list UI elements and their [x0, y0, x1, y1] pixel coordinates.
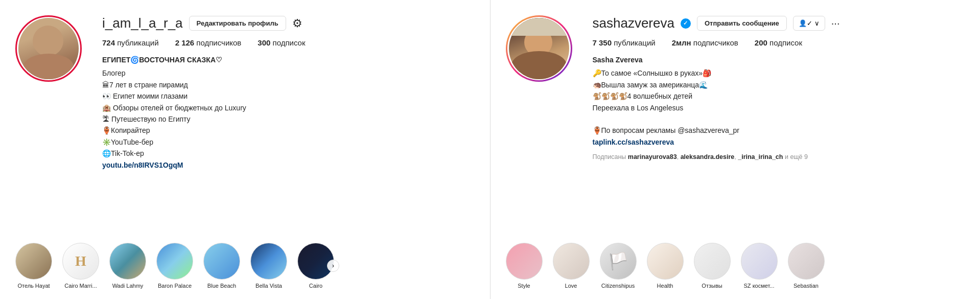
follower-3[interactable]: _irina_irina_ch — [738, 153, 783, 160]
highlight-baron-circle — [156, 243, 193, 280]
left-followers-count: 2 126 — [175, 38, 195, 47]
highlight-wadi-circle — [109, 243, 146, 280]
comma-1: , — [677, 153, 681, 160]
right-real-name: Sasha Zvereva — [593, 54, 965, 65]
highlight-love-circle — [553, 243, 590, 280]
highlight-baron[interactable]: Baron Palace — [156, 243, 193, 289]
right-username-row: sashazvereva ✓ Отправить сообщение 👤✓ ∨ … — [593, 15, 965, 31]
highlight-sebastian[interactable]: Sebastian — [788, 243, 825, 289]
left-bio-line-7: ✳️YouTube-бер — [102, 136, 475, 148]
highlight-reviews[interactable]: Отзывы — [694, 243, 731, 289]
follow-dropdown-button[interactable]: 👤✓ ∨ — [793, 16, 825, 31]
highlight-cairo[interactable]: Cairo › — [297, 243, 334, 289]
highlight-sebastian-label: Sebastian — [794, 283, 819, 289]
right-avatar — [509, 18, 569, 79]
highlight-beach-circle — [203, 243, 240, 280]
left-username-row: i_am_l_a_r_a Редактировать профиль ⚙ — [102, 15, 475, 31]
highlight-sz-circle — [741, 243, 778, 280]
right-profile-header: sashazvereva ✓ Отправить сообщение 👤✓ ∨ … — [506, 15, 965, 162]
left-profile-header: i_am_l_a_r_a Редактировать профиль ⚙ 724… — [15, 15, 475, 171]
highlight-hayat[interactable]: Отель Hayat — [15, 243, 52, 289]
settings-button[interactable]: ⚙ — [292, 17, 302, 30]
verified-badge: ✓ — [681, 18, 691, 29]
highlight-citizenship[interactable]: 🏳️ Citizenshipus — [600, 243, 637, 289]
highlight-health[interactable]: Health — [647, 243, 684, 289]
highlight-wadi-label: Wadi Lahmy — [112, 283, 144, 289]
highlight-citizen-circle: 🏳️ — [600, 243, 637, 280]
highlight-love[interactable]: Love — [553, 243, 590, 289]
left-following-count: 300 — [258, 38, 270, 47]
left-bio-line-4: 🏨 Обзоры отелей от бюджетных до Luxury — [102, 102, 475, 113]
highlight-baron-label: Baron Palace — [158, 283, 192, 289]
left-username: i_am_l_a_r_a — [102, 15, 183, 31]
left-highlights-row: Отель Hayat H Cairo Marri... Wadi Lahmy … — [15, 233, 475, 289]
highlight-bella[interactable]: Bella Vista — [250, 243, 287, 289]
verified-check-icon: ✓ — [683, 20, 688, 27]
more-options-button[interactable]: ··· — [831, 17, 840, 29]
right-stat-posts: 7 350 публикаций — [593, 38, 656, 47]
left-bio-line-8: 🌐Tik-Tok-ер — [102, 148, 475, 159]
left-stats-row: 724 публикаций 2 126 подписчиков 300 под… — [102, 38, 475, 47]
left-bio-line-3: 👀 Египет моими глазами — [102, 90, 475, 102]
edit-profile-button[interactable]: Редактировать профиль — [189, 16, 286, 31]
left-bio: ЕГИПЕТ🌀ВОСТОЧНАЯ СКАЗКА♡ Блогер 🏛7 лет в… — [102, 54, 475, 171]
highlight-sebastian-circle — [788, 243, 825, 280]
left-bio-link[interactable]: youtu.be/n8IRVS1OgqM — [102, 161, 183, 169]
follower-2[interactable]: aleksandra.desire — [681, 153, 735, 160]
right-posts-count: 7 350 — [593, 38, 612, 47]
right-bio-line-4: Переехала в Los Angelesus — [593, 102, 965, 113]
highlight-love-label: Love — [565, 283, 577, 289]
left-bio-line-5: 🏝 Путешествую по Египту — [102, 113, 475, 125]
highlight-style-label: Style — [518, 283, 530, 289]
right-username: sashazvereva — [593, 15, 674, 31]
right-bio: Sasha Zvereva 🔑То самое «Солнышко в рука… — [593, 54, 965, 162]
left-bio-title: ЕГИПЕТ🌀ВОСТОЧНАЯ СКАЗКА♡ — [102, 54, 475, 65]
right-followers-label: подписчиков — [693, 38, 738, 47]
highlight-hayat-label: Отель Hayat — [17, 283, 50, 289]
scroll-right-arrow[interactable]: › — [327, 260, 339, 272]
right-bio-line-3: 🐒🐒🐒🐒4 волшебных детей — [593, 90, 965, 102]
highlight-style[interactable]: Style — [506, 243, 543, 289]
follower-1[interactable]: marinayurova83 — [628, 153, 677, 160]
right-avatar-circle — [506, 15, 572, 82]
left-stat-posts: 724 публикаций — [102, 38, 159, 47]
left-profile-info: i_am_l_a_r_a Редактировать профиль ⚙ 724… — [102, 15, 475, 171]
left-posts-label: публикаций — [117, 38, 158, 47]
highlight-marriott[interactable]: H Cairo Marri... — [62, 243, 99, 289]
avatar-hat — [511, 18, 567, 36]
right-posts-label: публикаций — [614, 38, 655, 47]
right-bio-link[interactable]: taplink.cc/sashazvereva — [593, 138, 674, 146]
highlight-marriott-circle: H — [62, 243, 99, 280]
left-avatar — [18, 18, 79, 79]
right-followers-count: 2млн — [672, 38, 691, 47]
chevron-down-icon: ∨ — [814, 19, 820, 27]
highlight-bella-circle — [250, 243, 287, 280]
highlight-health-label: Health — [657, 283, 673, 289]
followers-note-suffix: и ещё 9 — [783, 153, 808, 160]
left-followers-label: подписчиков — [196, 38, 241, 47]
left-bio-line-6: 🏺Копирайтер — [102, 125, 475, 136]
left-avatar-circle — [15, 15, 82, 82]
highlight-hayat-circle — [15, 243, 52, 280]
right-stat-followers: 2млн подписчиков — [672, 38, 738, 47]
highlight-marriott-label: Cairo Marri... — [64, 283, 97, 289]
send-message-button[interactable]: Отправить сообщение — [697, 16, 787, 31]
right-followers-note: Подписаны marinayurova83, aleksandra.des… — [593, 152, 965, 162]
left-bio-line-1: Блогер — [102, 67, 475, 79]
highlight-bella-label: Bella Vista — [255, 283, 282, 289]
person-check-icon: 👤✓ — [799, 19, 812, 27]
highlight-sz[interactable]: SZ космет... — [741, 243, 778, 289]
highlight-style-circle — [506, 243, 543, 280]
right-bio-line-2: 🦔Вышла замуж за американца🌊 — [593, 79, 965, 90]
left-stat-following: 300 подписок — [258, 38, 305, 47]
highlight-cairo-label: Cairo — [309, 283, 322, 289]
left-avatar-wrap — [15, 15, 82, 82]
right-avatar-wrap — [506, 15, 572, 82]
right-bio-line-1: 🔑То самое «Солнышко в руках»🎒 — [593, 67, 965, 79]
right-stat-following: 200 подписок — [755, 38, 802, 47]
highlight-beach[interactable]: Blue Beach — [203, 243, 240, 289]
right-following-count: 200 — [755, 38, 767, 47]
highlight-health-circle — [647, 243, 684, 280]
highlight-wadi[interactable]: Wadi Lahmy — [109, 243, 146, 289]
left-bio-line-2: 🏛7 лет в стране пирамид — [102, 79, 475, 90]
